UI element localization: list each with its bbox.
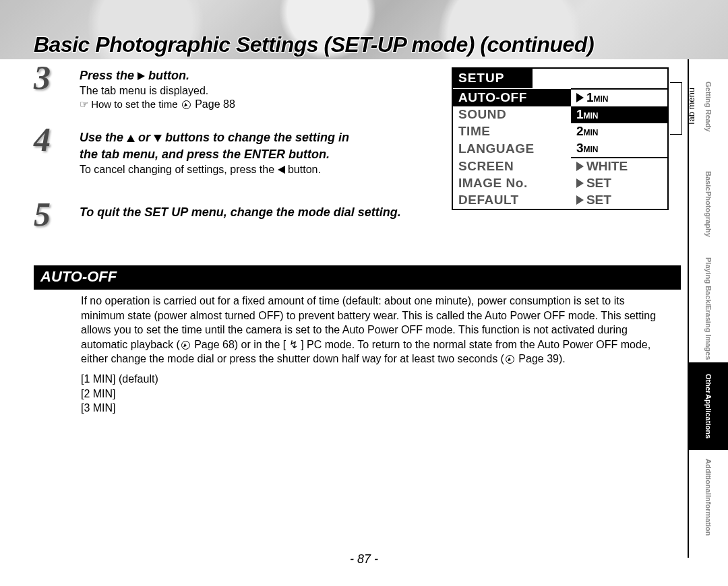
submenu-icon (576, 195, 584, 205)
tab-other-applications: OtherApplications (689, 362, 728, 450)
right-arrow-icon (138, 72, 145, 80)
lcd-menu-table: AUTO-OFF 1MIN SOUND 1MIN TIME 2MIN LANGU… (453, 88, 667, 209)
lcd-row-auto-off: AUTO-OFF 1MIN (453, 89, 667, 106)
auto-off-options: [1 MIN] (default) [2 MIN] [3 MIN] (81, 372, 667, 416)
lcd-row-default: DEFAULT SET (453, 192, 667, 209)
lcd-row-screen: SCREEN WHITE (453, 158, 667, 175)
tab-menu-label: Tab menu (686, 88, 696, 126)
tab-basic-photography: BasicPhotography (689, 154, 728, 255)
page-title: Basic Photographic Settings (SET-UP mode… (34, 32, 594, 57)
section-heading-auto-off: AUTO-OFF (34, 265, 681, 290)
step-number-5: 5 (34, 197, 71, 235)
step-number-4: 4 (34, 123, 71, 160)
tab-additional-info: AdditionalInformation (689, 450, 728, 544)
page-ref-icon (506, 355, 514, 364)
up-arrow-icon (127, 135, 135, 142)
option-3min: [3 MIN] (81, 401, 667, 416)
lcd-setup-screen: SETUP AUTO-OFF 1MIN SOUND 1MIN TIME 2MIN… (452, 67, 669, 210)
lcd-title: SETUP (453, 69, 533, 88)
submenu-icon (576, 93, 584, 102)
auto-off-description: If no operation is carried out for a fix… (81, 294, 667, 416)
option-1min: [1 MIN] (default) (81, 372, 667, 387)
tab-menu-bracket (670, 82, 682, 135)
page-ref-icon (181, 341, 190, 350)
option-2min: [2 MIN] (81, 387, 667, 401)
manual-page: Basic Photographic Settings (SET-UP mode… (0, 0, 728, 586)
tab-playing-back: Playing Back/Erasing Images (689, 255, 728, 362)
lcd-row-image-no: IMAGE No. SET (453, 175, 667, 192)
submenu-icon (576, 178, 584, 188)
page-ref-icon (182, 100, 191, 109)
left-arrow-icon (278, 166, 285, 174)
content-area: 3 Press the button. The tab menu is disp… (34, 67, 681, 250)
step-4-instruction: Use the or buttons to change the setting… (80, 129, 437, 162)
step-number-3: 3 (34, 61, 71, 98)
submenu-icon (576, 162, 584, 171)
down-arrow-icon (154, 135, 162, 142)
section-tabs: Getting Ready BasicPhotography Playing B… (688, 59, 728, 558)
lcd-row-sound: SOUND 1MIN (453, 106, 667, 123)
lcd-row-language: LANGUAGE 3MIN (453, 140, 667, 158)
step-3-instruction: Press the button. (80, 67, 437, 84)
page-number: - 87 - (0, 552, 728, 566)
lcd-row-time: TIME 2MIN (453, 123, 667, 140)
pc-mode-icon: ↯ (289, 339, 298, 350)
